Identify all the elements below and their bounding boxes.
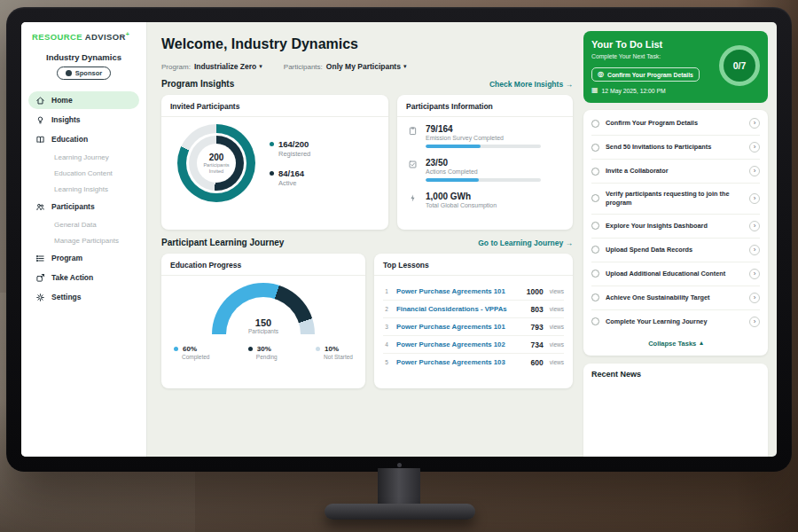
sponsor-badge[interactable]: Sponsor xyxy=(57,66,111,80)
dashboard-screen: RESOURCE ADVISOR+ Industry Dynamics Spon… xyxy=(21,22,777,457)
program-filter-value: Industrialize Zero xyxy=(194,62,256,71)
collapse-tasks-button[interactable]: Collapse Tasks ▴ xyxy=(591,333,760,354)
sidebar-item-education-content[interactable]: Education Content xyxy=(28,166,139,180)
task-row-upload-educational-content[interactable]: Upload Additional Educational Content › xyxy=(591,262,760,286)
task-row-send-invitations[interactable]: Send 50 Invitations to Participants › xyxy=(591,136,760,160)
go-to-learning-journey-link[interactable]: Go to Learning Journey → xyxy=(478,239,573,247)
chevron-right-icon[interactable]: › xyxy=(749,317,760,327)
participants-filter[interactable]: Participants: Only My Participants ▾ xyxy=(284,62,407,71)
task-label: Explore Your Insights Dashboard xyxy=(606,222,743,231)
legend-dot xyxy=(316,347,320,351)
lesson-link[interactable]: Power Purchase Agreements 101 xyxy=(396,287,520,295)
task-row-upload-spend-data[interactable]: Upload Spend Data Records › xyxy=(591,239,760,262)
legend-dot xyxy=(174,347,178,351)
chevron-right-icon[interactable]: › xyxy=(749,269,760,279)
lesson-views-suffix: views xyxy=(550,306,564,312)
learning-cards-row: Education Progress 150 Participants xyxy=(161,254,573,388)
check-more-insights-link[interactable]: Check More Insights → xyxy=(489,80,573,89)
task-checkbox[interactable] xyxy=(591,120,599,128)
task-row-explore-insights[interactable]: Explore Your Insights Dashboard › xyxy=(591,215,760,239)
lesson-views: 1000 xyxy=(527,287,544,296)
sidebar-item-insights[interactable]: Insights xyxy=(28,111,139,129)
task-checkbox[interactable] xyxy=(591,222,599,230)
lesson-rank: 4 xyxy=(383,341,390,348)
lesson-row: 3 Power Purchase Agreements 101 793 view… xyxy=(383,318,564,336)
program-filter[interactable]: Program: Industrialize Zero ▾ xyxy=(161,62,262,71)
task-checkbox[interactable] xyxy=(591,168,599,176)
donut-center-value: 200 xyxy=(209,153,224,162)
next-task-chip[interactable]: ◎ Confirm Your Program Details xyxy=(591,67,700,82)
sidebar-item-label: Education xyxy=(51,135,88,144)
lesson-link[interactable]: Power Purchase Agreements 102 xyxy=(396,340,525,348)
gauge-legend: 60% Completed 30% Pending xyxy=(170,345,356,360)
lesson-views: 734 xyxy=(531,340,544,349)
info-row-consumption: 1,000 GWh Total Global Consumption xyxy=(406,192,564,212)
card-title: Participants Information xyxy=(397,95,573,117)
lesson-link[interactable]: Power Purchase Agreements 101 xyxy=(396,323,525,331)
sidebar-item-manage-participants[interactable]: Manage Participants xyxy=(28,233,139,247)
task-label: Confirm Your Program Details xyxy=(606,119,743,128)
collapse-label: Collapse Tasks xyxy=(648,340,696,348)
task-row-invite-collaborator[interactable]: Invite a Collaborator › xyxy=(591,160,760,184)
task-checkbox[interactable] xyxy=(591,270,599,278)
insights-cards-row: Invited Participants 200 Participants In… xyxy=(161,95,573,230)
sidebar-item-take-action[interactable]: Take Action xyxy=(28,269,139,286)
sidebar-item-learning-insights[interactable]: Learning Insights xyxy=(28,182,139,196)
task-row-confirm-program[interactable]: Confirm Your Program Details › xyxy=(591,112,760,136)
legend-label: Active xyxy=(278,179,310,187)
info-row-actions: 23/50 Actions Completed xyxy=(406,158,564,182)
chevron-right-icon[interactable]: › xyxy=(749,245,760,255)
main-content: Welcome, Industry Dynamics Program: Indu… xyxy=(147,22,583,457)
sidebar-item-general-data[interactable]: General Data xyxy=(28,217,139,231)
legend-value: 164/200 xyxy=(278,139,309,149)
sidebar-item-participants[interactable]: Participants xyxy=(28,198,139,215)
task-checkbox[interactable] xyxy=(591,194,599,202)
chevron-right-icon[interactable]: › xyxy=(749,293,760,303)
task-checkbox[interactable] xyxy=(591,246,599,254)
sidebar-item-home[interactable]: Home xyxy=(28,91,139,109)
lesson-rank: 1 xyxy=(383,288,390,294)
sponsor-label: Sponsor xyxy=(75,69,102,77)
org-name: Industry Dynamics xyxy=(28,52,139,62)
lesson-link[interactable]: Power Purchase Agreements 103 xyxy=(396,358,525,366)
energy-bolt-icon xyxy=(408,193,418,203)
card-title: Education Progress xyxy=(161,254,365,276)
legend-value: 60% xyxy=(183,345,197,353)
progress-fill xyxy=(426,145,481,148)
next-task-label: Confirm Your Program Details xyxy=(607,72,693,78)
monitor-bezel: RESOURCE ADVISOR+ Industry Dynamics Spon… xyxy=(6,7,792,472)
legend-label: Completed xyxy=(182,354,209,360)
task-checkbox[interactable] xyxy=(591,293,599,301)
chevron-right-icon[interactable]: › xyxy=(749,221,760,231)
program-icon xyxy=(35,254,45,263)
arrow-right-icon: → xyxy=(566,239,574,247)
task-checkbox[interactable] xyxy=(591,144,599,152)
sidebar-item-learning-journey[interactable]: Learning Journey xyxy=(28,150,139,164)
participants-filter-label: Participants: xyxy=(284,63,323,71)
progress-fill xyxy=(426,178,479,182)
task-label: Complete Your Learning Journey xyxy=(606,317,743,326)
sidebar-item-label: Participants xyxy=(51,202,95,211)
legend-item-active: 84/164 Active xyxy=(270,168,310,187)
section-title: Participant Learning Journey xyxy=(161,238,284,247)
task-row-verify-participants[interactable]: Verify participants requesting to join t… xyxy=(591,184,760,215)
lesson-row: 1 Power Purchase Agreements 101 1000 vie… xyxy=(383,283,564,301)
gauge-center: 150 Participants xyxy=(212,317,315,334)
task-row-achieve-target[interactable]: Achieve One Sustainability Target › xyxy=(591,286,760,310)
brand-secondary: ADVISOR xyxy=(85,32,126,42)
lesson-views-suffix: views xyxy=(550,359,564,365)
legend-item-pending: 30% Pending xyxy=(248,345,278,360)
task-checkbox[interactable] xyxy=(591,317,599,325)
brand-logo[interactable]: RESOURCE ADVISOR+ xyxy=(28,31,139,42)
legend-dot xyxy=(248,347,253,351)
sidebar-item-settings[interactable]: Settings xyxy=(28,288,139,306)
chevron-right-icon[interactable]: › xyxy=(749,166,760,176)
sidebar-item-program[interactable]: Program xyxy=(28,249,139,267)
sidebar-item-education[interactable]: Education xyxy=(28,130,139,148)
chevron-right-icon[interactable]: › xyxy=(749,142,760,153)
chevron-right-icon[interactable]: › xyxy=(749,193,760,204)
lesson-link[interactable]: Financial Considerations - VPPAs xyxy=(396,305,525,313)
section-title: Program Insights xyxy=(161,79,234,89)
task-row-complete-learning-journey[interactable]: Complete Your Learning Journey › xyxy=(591,310,760,333)
chevron-right-icon[interactable]: › xyxy=(749,118,760,129)
